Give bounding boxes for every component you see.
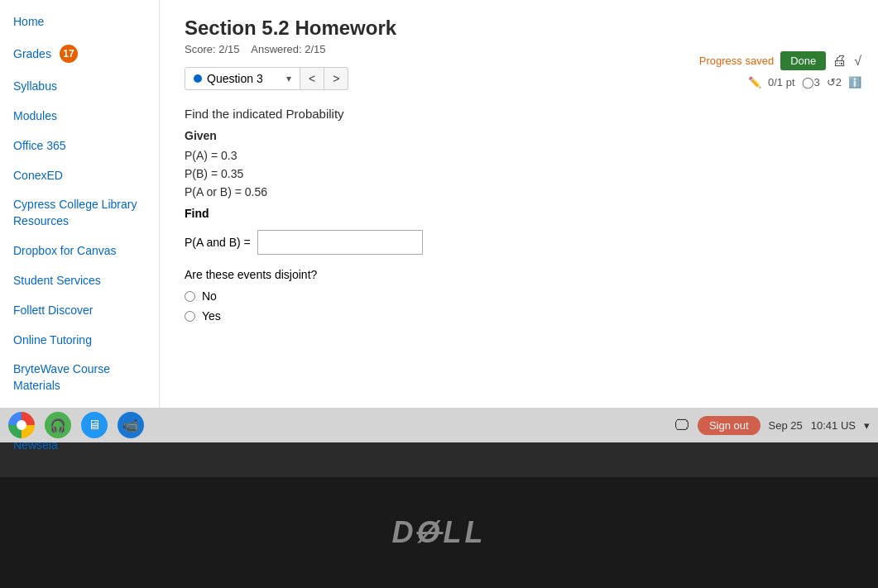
sidebar-item-conexed[interactable]: ConexED — [0, 160, 159, 190]
option-no-label: No — [202, 289, 217, 303]
answer-input[interactable] — [257, 230, 423, 255]
sidebar-item-grades-label: Grades — [13, 47, 51, 60]
taskbar-right: 🖵 Sign out Sep 25 10:41 US ▾ — [674, 416, 870, 435]
question-dot — [194, 74, 202, 83]
time-label: 10:41 US — [811, 419, 856, 432]
sidebar-item-online-tutoring[interactable]: Online Tutoring — [0, 325, 159, 355]
sidebar-item-student-services-label: Student Services — [13, 274, 101, 287]
sidebar-item-office365-label: Office 365 — [13, 139, 66, 152]
radio-yes[interactable] — [185, 311, 195, 322]
page-title: Section 5.2 Homework — [185, 17, 853, 40]
option-yes[interactable]: Yes — [185, 309, 853, 323]
sidebar-item-brytewave[interactable]: BryteWave Course Materials — [0, 355, 159, 400]
date-label: Sep 25 — [769, 419, 803, 432]
progress-saved-label: Progress saved — [699, 55, 774, 67]
sidebar-item-syllabus[interactable]: Syllabus — [0, 71, 159, 101]
option-no[interactable]: No — [185, 289, 853, 303]
sign-out-button[interactable]: Sign out — [698, 416, 760, 435]
pandb-label: P(A and B) = — [185, 236, 251, 249]
grades-badge: 17 — [60, 45, 78, 63]
sidebar-item-follett[interactable]: Follett Discover — [0, 295, 159, 325]
sidebar-item-grades[interactable]: Grades 17 — [0, 36, 159, 71]
sidebar-item-dropbox-label: Dropbox for Canvas — [13, 244, 117, 257]
prev-question-button[interactable]: < — [300, 67, 324, 90]
problem-title: Find the indicated Probability — [185, 107, 853, 121]
done-button[interactable]: Done — [780, 51, 826, 70]
pts-info: ✏️ 0/1 pt ◯3 ↺2 ℹ️ — [748, 76, 861, 88]
sidebar-item-modules[interactable]: Modules — [0, 101, 159, 131]
pb-value: P(B) = 0.35 — [185, 167, 853, 180]
sidebar-item-office365[interactable]: Office 365 — [0, 131, 159, 160]
progress-area: Progress saved Done 🖨 √ — [699, 51, 861, 70]
chevron-down-icon: ▾ — [286, 73, 291, 84]
given-label: Given — [185, 129, 853, 142]
sidebar-item-modules-label: Modules — [13, 109, 57, 122]
chevron-down-taskbar-icon[interactable]: ▾ — [864, 419, 870, 432]
sidebar-item-brytewave-label: BryteWave Course Materials — [13, 362, 110, 392]
find-label: Find — [185, 207, 853, 220]
info-icon: ℹ️ — [848, 76, 861, 88]
edit-icon: ✏️ — [748, 76, 761, 88]
paorb-value: P(A or B) = 0.56 — [185, 185, 853, 198]
screen-icon[interactable]: 🖵 — [674, 417, 689, 434]
answered-label: Answered: 2/15 — [251, 43, 325, 55]
answer-row: P(A and B) = — [185, 230, 853, 255]
sidebar-item-syllabus-label: Syllabus — [13, 79, 57, 93]
score-label: Score: 2/15 — [185, 43, 240, 55]
video-icon[interactable]: 📹 — [118, 412, 144, 438]
question-label: Question 3 — [207, 72, 263, 85]
pa-value: P(A) = 0.3 — [185, 149, 853, 162]
pts-label: 0/1 pt — [768, 76, 795, 88]
sqrt-icon[interactable]: √ — [854, 54, 861, 69]
sidebar-item-cypress-library-label: Cypress College Library Resources — [13, 198, 137, 227]
sidebar-item-follett-label: Follett Discover — [13, 304, 93, 317]
sidebar: Home Grades 17 Syllabus Modules Office 3… — [0, 0, 160, 442]
monitor-icon[interactable]: 🖥 — [81, 412, 108, 438]
sidebar-item-conexed-label: ConexED — [13, 169, 63, 182]
sidebar-item-home[interactable]: Home — [0, 7, 159, 36]
dell-logo: DØLL — [392, 515, 487, 550]
sidebar-item-student-services[interactable]: Student Services — [0, 265, 159, 295]
sidebar-item-online-tutoring-label: Online Tutoring — [13, 333, 92, 347]
disjoint-question: Are these events disjoint? — [185, 268, 853, 281]
radio-no[interactable] — [185, 291, 195, 302]
circle2-label: ↺2 — [827, 76, 842, 88]
main-content: Progress saved Done 🖨 √ ✏️ 0/1 pt ◯3 ↺2 … — [160, 0, 878, 442]
chrome-icon[interactable] — [8, 412, 35, 438]
sidebar-item-dropbox[interactable]: Dropbox for Canvas — [0, 236, 159, 265]
sidebar-item-home-label: Home — [13, 15, 44, 28]
headphones-icon[interactable]: 🎧 — [45, 412, 71, 438]
dell-area: DØLL — [0, 477, 878, 588]
next-question-button[interactable]: > — [324, 67, 348, 90]
circle3-label: ◯3 — [802, 76, 820, 88]
sidebar-item-cypress-library[interactable]: Cypress College Library Resources — [0, 190, 159, 236]
question-selector[interactable]: Question 3 ▾ — [185, 67, 300, 90]
taskbar: 🎧 🖥 📹 🖵 Sign out Sep 25 10:41 US ▾ — [0, 408, 878, 442]
app-area: Home Grades 17 Syllabus Modules Office 3… — [0, 0, 878, 442]
option-yes-label: Yes — [202, 309, 221, 323]
print-icon[interactable]: 🖨 — [832, 52, 847, 69]
